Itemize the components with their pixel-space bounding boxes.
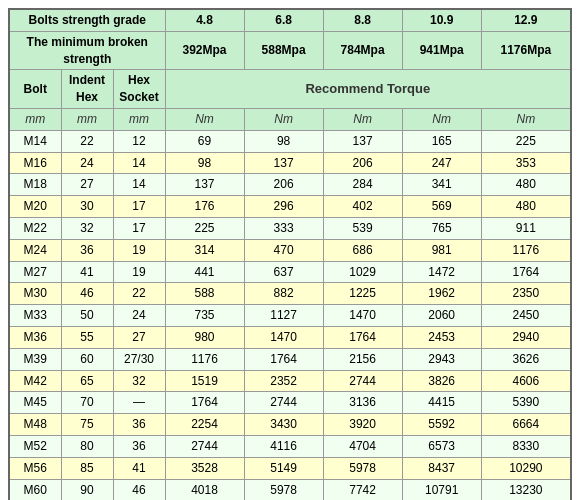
strength-label: The minimum broken strength (9, 31, 165, 70)
indent-cell: 30 (61, 196, 113, 218)
nm1-cell: 176 (165, 196, 244, 218)
nm4-cell: 8437 (402, 457, 481, 479)
nm1-cell: 1519 (165, 370, 244, 392)
nm2-cell: 98 (244, 130, 323, 152)
nm2-cell: 206 (244, 174, 323, 196)
hex-cell: 14 (113, 152, 165, 174)
nm4-cell: 341 (402, 174, 481, 196)
table-row: M396027/3011761764215629433626 (9, 348, 571, 370)
nm5-cell: 6664 (481, 414, 571, 436)
table-row: M6090464018597877421079113230 (9, 479, 571, 500)
table-row: M203017176296402569480 (9, 196, 571, 218)
nm5-cell: 4606 (481, 370, 571, 392)
nm4-cell: 3826 (402, 370, 481, 392)
nm2-cell: 882 (244, 283, 323, 305)
table-row: M4570—17642744313644155390 (9, 392, 571, 414)
nm3-cell: 1029 (323, 261, 402, 283)
nm3-cell: 3920 (323, 414, 402, 436)
nm4-cell: 6573 (402, 435, 481, 457)
indent-cell: 80 (61, 435, 113, 457)
hex-col-header: Hex Socket (113, 70, 165, 109)
bolt-cell: M30 (9, 283, 61, 305)
nm5-cell: 2350 (481, 283, 571, 305)
nm4-cell: 2943 (402, 348, 481, 370)
nm5-cell: 2940 (481, 326, 571, 348)
hex-cell: 22 (113, 283, 165, 305)
bolt-cell: M24 (9, 239, 61, 261)
nm1-cell: 2254 (165, 414, 244, 436)
table-row: M52803627444116470465738330 (9, 435, 571, 457)
bolt-cell: M20 (9, 196, 61, 218)
table-row: M274119441637102914721764 (9, 261, 571, 283)
hex-cell: — (113, 392, 165, 414)
nm3-cell: 5978 (323, 457, 402, 479)
table-row: M16241498137206247353 (9, 152, 571, 174)
bolt-cell: M22 (9, 217, 61, 239)
torque-col-header: Recommend Torque (165, 70, 571, 109)
nm3-cell: 2744 (323, 370, 402, 392)
bolt-cell: M33 (9, 305, 61, 327)
grade-row: Bolts strength grade 4.8 6.8 8.8 10.9 12… (9, 9, 571, 31)
hex-unit: mm (113, 108, 165, 130)
hex-cell: 14 (113, 174, 165, 196)
indent-cell: 24 (61, 152, 113, 174)
nm1-cell: 441 (165, 261, 244, 283)
bolt-cell: M16 (9, 152, 61, 174)
indent-cell: 50 (61, 305, 113, 327)
nm3-cell: 284 (323, 174, 402, 196)
nm2-cell: 470 (244, 239, 323, 261)
strength-row: The minimum broken strength 392Mpa 588Mp… (9, 31, 571, 70)
table-row: M568541352851495978843710290 (9, 457, 571, 479)
nm3-cell: 3136 (323, 392, 402, 414)
table-row: M2436193144706869811176 (9, 239, 571, 261)
bolt-cell: M52 (9, 435, 61, 457)
hex-cell: 36 (113, 414, 165, 436)
nm3-cell: 1470 (323, 305, 402, 327)
bolt-col-header: Bolt (9, 70, 61, 109)
col-header-row: Bolt Indent Hex Hex Socket Recommend Tor… (9, 70, 571, 109)
hex-cell: 27/30 (113, 348, 165, 370)
nm5-cell: 13230 (481, 479, 571, 500)
nm4-cell: 5592 (402, 414, 481, 436)
nm1-cell: 1176 (165, 348, 244, 370)
bolt-cell: M60 (9, 479, 61, 500)
nm3-cell: 137 (323, 130, 402, 152)
nm2-cell: 5978 (244, 479, 323, 500)
nm5-cell: 3626 (481, 348, 571, 370)
strength-88: 784Mpa (323, 31, 402, 70)
indent-cell: 27 (61, 174, 113, 196)
hex-cell: 19 (113, 261, 165, 283)
bolt-cell: M18 (9, 174, 61, 196)
bolt-cell: M27 (9, 261, 61, 283)
nm5-cell: 480 (481, 196, 571, 218)
bolt-cell: M36 (9, 326, 61, 348)
nm1-cell: 137 (165, 174, 244, 196)
nm4-cell: 765 (402, 217, 481, 239)
nm3-cell: 539 (323, 217, 402, 239)
nm2-cell: 4116 (244, 435, 323, 457)
nm3-cell: 206 (323, 152, 402, 174)
table-row: M3655279801470176424532940 (9, 326, 571, 348)
grade-88: 8.8 (323, 9, 402, 31)
bolt-unit: mm (9, 108, 61, 130)
indent-cell: 46 (61, 283, 113, 305)
hex-cell: 27 (113, 326, 165, 348)
nm2-cell: 1470 (244, 326, 323, 348)
nm4-cell: 1472 (402, 261, 481, 283)
indent-cell: 32 (61, 217, 113, 239)
bolt-cell: M39 (9, 348, 61, 370)
nm1-cell: 69 (165, 130, 244, 152)
hex-cell: 24 (113, 305, 165, 327)
nm4-cell: 2453 (402, 326, 481, 348)
nm2-cell: 137 (244, 152, 323, 174)
nm5-cell: 8330 (481, 435, 571, 457)
nm3-cell: 4704 (323, 435, 402, 457)
nm5-cell: 353 (481, 152, 571, 174)
nm2-cell: 637 (244, 261, 323, 283)
bolt-cell: M56 (9, 457, 61, 479)
nm1-cell: 735 (165, 305, 244, 327)
indent-cell: 36 (61, 239, 113, 261)
nm3-cell: 1225 (323, 283, 402, 305)
bolt-cell: M42 (9, 370, 61, 392)
nm3-cell: 1764 (323, 326, 402, 348)
